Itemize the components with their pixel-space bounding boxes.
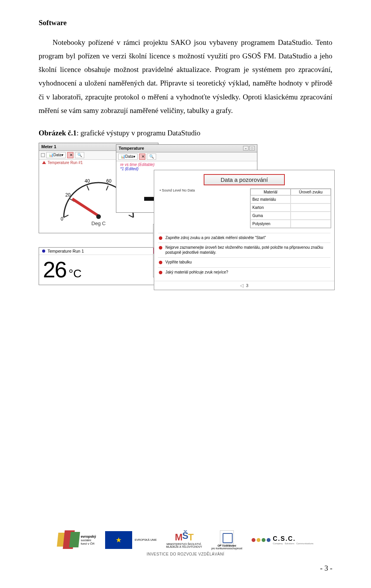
needle-icon bbox=[71, 198, 99, 217]
digital-readout: 26 °C bbox=[39, 255, 158, 285]
bullet-icon bbox=[159, 236, 162, 240]
tick-20: 20 bbox=[65, 192, 71, 198]
eu-flag-icon: ★ bbox=[105, 531, 132, 549]
msmt-logo: MŠT MINISTERSTVO ŠKOLSTVÍ, MLÁDEŽE A TĚL… bbox=[166, 532, 202, 548]
digital-value: 26 bbox=[43, 256, 66, 282]
bullet-icon bbox=[159, 271, 162, 274]
body-paragraph: Notebooky pořízené v rámci projektu SAKO… bbox=[39, 36, 332, 117]
temp-title: Temperature bbox=[119, 146, 144, 150]
step-item: Zapněte zdroj zvuku a pro začátek měření… bbox=[158, 233, 330, 243]
temp-toolbar: 📊 Data ▾ ✕ 🔍 bbox=[116, 152, 257, 161]
bullet-icon bbox=[159, 261, 162, 264]
pager: ◁ 3 bbox=[154, 281, 334, 290]
table-cell[interactable] bbox=[291, 195, 331, 203]
table-cell[interactable]: Karton bbox=[250, 203, 291, 212]
zoom-button[interactable]: 🔍 bbox=[75, 152, 84, 158]
svg-line-3 bbox=[106, 186, 108, 190]
col-level: Úroveň zvuku bbox=[291, 189, 331, 195]
page-footer: evropský sociální fond v ČR ★ EVROPSKÁ U… bbox=[0, 530, 371, 573]
bullet-icon bbox=[159, 246, 162, 250]
csc-logo: C.S.C. Company · Solutions · Communicati… bbox=[252, 535, 313, 545]
svg-line-2 bbox=[87, 186, 89, 190]
observation-window: Data a pozorování • Sound Level No Data … bbox=[154, 170, 335, 291]
figure-caption: Obrázek č.1: grafické výstupy v programu… bbox=[39, 129, 332, 137]
window-min-icon[interactable]: – bbox=[243, 146, 248, 150]
data-button[interactable]: 📊 Data ▾ bbox=[118, 154, 138, 160]
esf-icon bbox=[58, 530, 78, 550]
meter-title: Meter 1 bbox=[41, 144, 56, 149]
svg-line-5 bbox=[129, 215, 133, 217]
svg-point-6 bbox=[96, 214, 101, 219]
footer-logos: evropský sociální fond v ČR ★ EVROPSKÁ U… bbox=[39, 530, 332, 550]
figure-area: Meter 1 – □ 📊 Data ▾ ✕ 🔍 Temperature Run… bbox=[39, 143, 332, 352]
table-cell[interactable]: Bez materiálu bbox=[250, 195, 291, 203]
temp-titlebar: Temperature – □ bbox=[116, 145, 257, 152]
table-cell[interactable] bbox=[291, 212, 331, 220]
table-cell[interactable]: Guma bbox=[250, 212, 291, 220]
page-number: - 3 - bbox=[39, 564, 332, 573]
digital-label: Temperature Run 1 bbox=[48, 249, 84, 253]
step-item: Vyplňte tabulku bbox=[158, 257, 330, 267]
tick-40: 40 bbox=[85, 178, 90, 184]
delete-button[interactable]: ✕ bbox=[67, 152, 73, 158]
digital-label-row: Temperature Run 1 bbox=[39, 248, 158, 255]
tick-0: 0 bbox=[61, 216, 63, 222]
page-number: 3 bbox=[246, 283, 248, 288]
opvz-logo: OP Vzdělávání pro konkurenceschopnost bbox=[211, 530, 242, 550]
tick-60: 60 bbox=[106, 178, 112, 184]
digital-window: Temperature Run 1 26 °C bbox=[39, 247, 158, 285]
sound-level-label: • Sound Level No Data bbox=[157, 188, 250, 192]
data-button[interactable]: 📊 Data ▾ bbox=[46, 152, 66, 158]
gauge-unit: Deg C bbox=[39, 220, 158, 229]
csc-dots-icon bbox=[252, 538, 271, 542]
esf-logo: evropský sociální fond v ČR bbox=[58, 530, 96, 550]
section-heading: Software bbox=[39, 19, 332, 27]
svg-line-0 bbox=[64, 215, 68, 217]
footer-caption: INVESTICE DO ROZVOJE VZDĚLÁVÁNÍ bbox=[39, 552, 332, 556]
zoom-button[interactable]: 🔍 bbox=[147, 154, 156, 160]
bullet-icon bbox=[42, 250, 45, 253]
eu-logo: ★ EVROPSKÁ UNIE bbox=[105, 531, 157, 549]
col-material: Materiál bbox=[250, 189, 291, 195]
table-cell[interactable] bbox=[291, 220, 331, 228]
materials-table: Materiál Úroveň zvuku Bez materiálu Kart… bbox=[250, 188, 331, 228]
step-item: Jaký materiál pohlcuje zvuk nejvíce? bbox=[158, 267, 330, 277]
delete-button[interactable]: ✕ bbox=[139, 154, 145, 160]
caption-rest: : grafické výstupy v programu DataStudio bbox=[77, 129, 200, 137]
prev-page-icon[interactable]: ◁ bbox=[240, 283, 243, 288]
table-cell[interactable]: Polystyren bbox=[250, 220, 291, 228]
triangle-icon bbox=[42, 161, 46, 164]
opvz-icon bbox=[220, 530, 234, 544]
observation-steps: Zapněte zdroj zvuku a pro začátek měření… bbox=[154, 231, 334, 281]
window-max-icon[interactable]: □ bbox=[249, 146, 255, 150]
caption-bold: Obrázek č.1 bbox=[39, 129, 77, 137]
table-cell[interactable] bbox=[291, 203, 331, 212]
step-item: Nejprve zaznamenejte úroveň bez vloženéh… bbox=[158, 243, 330, 257]
observation-header: Data a pozorování bbox=[204, 174, 285, 185]
